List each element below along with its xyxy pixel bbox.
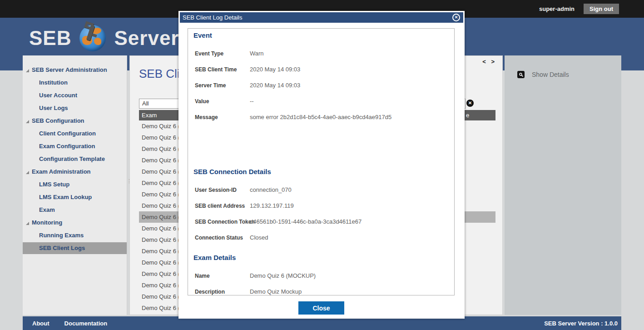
field-label: Value <box>193 98 250 105</box>
sidebar-item-lms-exam-lookup[interactable]: LMS Exam Lookup <box>23 191 127 204</box>
section-fields: NameDemo Quiz 6 (MOCKUP)DescriptionDemo … <box>193 268 449 295</box>
magnifier-icon <box>517 71 525 78</box>
sidebar-item-exam-configuration[interactable]: Exam Configuration <box>23 140 127 153</box>
field-label: Message <box>193 114 250 120</box>
sidebar-item-running-exams[interactable]: Running Exams <box>23 229 127 242</box>
sidebar-menu: SEB Server AdministrationInstitutionUser… <box>23 55 127 254</box>
dialog-titlebar: SEB Client Log Details ✕ <box>180 12 463 23</box>
sidebar-navigation: SEB Server AdministrationInstitutionUser… <box>23 55 127 315</box>
sidebar-item-seb-configuration[interactable]: SEB Configuration <box>23 115 127 127</box>
field-value: Demo Quiz 6 (MOCKUP) <box>250 272 316 279</box>
section-fields: User Session-IDconnection_070SEB client … <box>193 182 449 245</box>
field-label: Connection Status <box>193 235 250 241</box>
show-details-label: Show Details <box>532 71 569 78</box>
field-row: SEB client Address129.132.197.119 <box>193 198 449 214</box>
sidebar-item-client-configuration[interactable]: Client Configuration <box>23 127 127 140</box>
field-label: Name <box>193 273 250 279</box>
field-value: 2020 May 14 09:03 <box>250 66 300 73</box>
sidebar-item-label: User Logs <box>39 105 68 111</box>
field-row: SEB Client Time2020 May 14 09:03 <box>193 61 449 77</box>
field-value: some error 2b2d1c84-b5c4-4ae0-aaec-b9cd4… <box>250 114 391 120</box>
section-heading: Event <box>193 31 449 40</box>
field-value: d46561b0-1591-446c-ba0a-3ca3d4611e67 <box>250 218 362 225</box>
sidebar-item-label: Running Exams <box>39 232 84 239</box>
field-value: -- <box>250 98 254 105</box>
field-value: connection_070 <box>250 186 292 193</box>
seb-server-app: super-admin Sign out SEB Server SEB Serv… <box>0 0 644 330</box>
tree-expand-arrow-icon <box>26 171 29 174</box>
tree-expand-arrow-icon <box>26 222 29 225</box>
sidebar-item-label: Client Configuration <box>39 130 96 137</box>
tree-expand-arrow-icon <box>26 69 29 72</box>
field-row: Messagesome error 2b2d1c84-b5c4-4ae0-aae… <box>193 109 449 125</box>
action-panel: Show Details <box>505 55 621 315</box>
field-label: Description <box>193 289 250 295</box>
sidebar-item-user-logs[interactable]: User Logs <box>23 102 127 115</box>
sidebar-item-seb-server-administration[interactable]: SEB Server Administration <box>23 64 127 76</box>
close-button[interactable]: Close <box>298 301 344 315</box>
field-label: SEB client Address <box>193 203 250 209</box>
field-value: Warn <box>250 50 264 57</box>
sidebar-item-exam-administration[interactable]: Exam Administration <box>23 165 127 178</box>
sign-out-button[interactable]: Sign out <box>584 4 619 14</box>
table-header-fragment: e <box>466 110 469 120</box>
field-label: SEB Client Time <box>193 66 250 73</box>
sidebar-item-label: User Account <box>39 92 77 99</box>
field-row: Server Time2020 May 14 09:03 <box>193 77 449 93</box>
field-value: Demo Quiz Mockup <box>250 288 302 295</box>
section-heading: Exam Details <box>193 254 449 262</box>
dialog-close-icon[interactable]: ✕ <box>452 14 460 21</box>
pane-collapse-expand-icons[interactable]: < > <box>482 58 496 65</box>
log-details-form: EventEvent TypeWarnSEB Client Time2020 M… <box>188 28 455 295</box>
sidebar-item-label: Monitoring <box>32 219 62 226</box>
field-value: 2020 May 14 09:03 <box>250 82 300 89</box>
field-row: DescriptionDemo Quiz Mockup <box>193 284 449 295</box>
field-row: SEB Connection Tokend46561b0-1591-446c-b… <box>193 214 449 230</box>
field-label: Server Time <box>193 82 250 89</box>
sidebar-item-label: Exam <box>39 206 55 213</box>
show-details-action[interactable]: Show Details <box>517 71 569 78</box>
sidebar-item-exam[interactable]: Exam <box>23 204 127 216</box>
dialog-title: SEB Client Log Details <box>183 14 243 21</box>
field-row: Event TypeWarn <box>193 45 449 61</box>
logo-text-seb: SEB <box>29 27 71 50</box>
sidebar-item-label: Exam Administration <box>32 168 91 175</box>
sidebar-item-institution[interactable]: Institution <box>23 76 127 89</box>
sidebar-item-label: SEB Server Administration <box>32 66 107 73</box>
field-label: SEB Connection Token <box>193 219 250 225</box>
globe-key-icon <box>79 24 107 52</box>
section-heading: SEB Connection Details <box>193 168 449 176</box>
sidebar-item-monitoring[interactable]: Monitoring <box>23 216 127 229</box>
sidebar-splitter-handle[interactable]: ⋮ <box>127 180 129 182</box>
logged-in-username: super-admin <box>539 5 575 12</box>
sidebar-item-label: Institution <box>39 79 68 86</box>
tree-expand-arrow-icon <box>26 120 29 123</box>
section-fields: Event TypeWarnSEB Client Time2020 May 14… <box>193 45 449 125</box>
sidebar-item-user-account[interactable]: User Account <box>23 89 127 102</box>
field-row: NameDemo Quiz 6 (MOCKUP) <box>193 268 449 284</box>
field-value: Closed <box>250 234 268 241</box>
sidebar-item-label: LMS Setup <box>39 181 69 188</box>
field-label: User Session-ID <box>193 187 250 193</box>
field-label: Event Type <box>193 50 250 57</box>
table-header-exam[interactable]: Exam <box>139 112 157 119</box>
sidebar-item-label: SEB Client Logs <box>39 245 85 251</box>
field-row: Connection StatusClosed <box>193 230 449 245</box>
field-row: User Session-IDconnection_070 <box>193 182 449 198</box>
filter-clear-icon[interactable]: ✕ <box>466 100 474 107</box>
sidebar-item-label: LMS Exam Lookup <box>39 194 92 200</box>
server-version-label: SEB Server Version : 1.0.0 <box>544 320 618 327</box>
sidebar-item-lms-setup[interactable]: LMS Setup <box>23 178 127 191</box>
logo-text-server: Server <box>114 27 179 50</box>
sidebar-item-label: Exam Configuration <box>39 143 95 150</box>
sidebar-item-seb-client-logs[interactable]: SEB Client Logs <box>23 242 127 254</box>
footer-link-documentation[interactable]: Documentation <box>64 320 108 327</box>
sidebar-item-label: SEB Configuration <box>32 117 84 124</box>
sidebar-item-label: Configuration Template <box>39 155 105 162</box>
field-row: Value-- <box>193 93 449 109</box>
field-value: 129.132.197.119 <box>250 202 294 209</box>
sidebar-item-configuration-template[interactable]: Configuration Template <box>23 153 127 165</box>
seb-server-logo: SEB Server <box>29 24 179 52</box>
footer-link-about[interactable]: About <box>32 320 50 327</box>
seb-client-log-details-dialog: SEB Client Log Details ✕ EventEvent Type… <box>178 11 465 319</box>
